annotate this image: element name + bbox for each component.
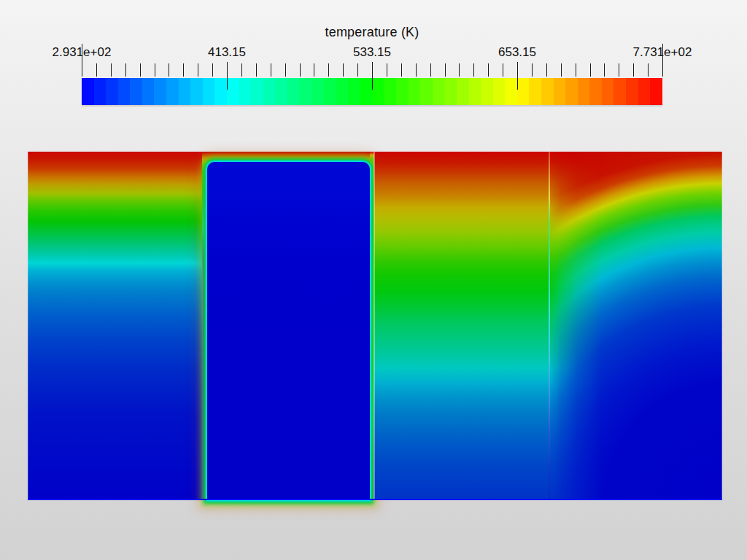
colorbar-tick: [300, 63, 301, 77]
colorbar-tick: [183, 63, 184, 77]
field-region-right-solid: [549, 152, 722, 500]
colorbar-title: temperature (K): [82, 25, 662, 40]
colorbar-tick-label: 653.15: [498, 45, 536, 60]
colorbar-band: [336, 78, 348, 105]
colorbar-band: [493, 78, 506, 105]
colorbar-tick: [648, 63, 649, 77]
colorbar-tick-label: 413.15: [208, 45, 246, 60]
colorbar-tick: [314, 63, 314, 77]
mesh-edge-right: [721, 152, 722, 500]
region-boundary-line-center: [374, 152, 375, 500]
colorbar-band: [444, 78, 457, 105]
visualization-window: temperature (K) 2.931e+02413.15533.15653…: [0, 0, 747, 560]
colorbar-tick: [488, 63, 489, 77]
colorbar-band: [372, 78, 384, 105]
colorbar-band: [130, 78, 142, 105]
colorbar-tick-labels: 2.931e+02413.15533.15653.157.731e+02: [82, 45, 662, 60]
colorbar-band: [602, 78, 614, 105]
colorbar-band: [650, 78, 662, 105]
colorbar-tick: [401, 63, 402, 77]
colorbar-band: [409, 78, 421, 105]
colorbar-band: [203, 78, 215, 105]
colorbar-tick: [256, 63, 257, 77]
colorbar-tick: [576, 63, 576, 77]
colorbar-tick: [328, 63, 329, 77]
colorbar-tick: [546, 63, 547, 77]
colorbar-tick-label: 2.931e+02: [53, 45, 112, 60]
field-cold-block: [207, 162, 370, 500]
field-region-left-solid: [28, 152, 202, 500]
colorbar-band: [348, 78, 360, 105]
colorbar-tick: [140, 63, 141, 77]
colorbar-band: [541, 78, 554, 105]
colorbar-band: [166, 78, 179, 105]
colorbar-band: [517, 78, 530, 105]
colorbar-band: [565, 78, 578, 105]
colorbar-band: [626, 78, 638, 105]
colorbar-tick: [445, 63, 446, 77]
colorbar-tick: [416, 63, 417, 77]
colorbar-band: [433, 78, 445, 105]
colorbar-tick: [271, 63, 271, 77]
colorbar-band: [324, 78, 336, 105]
colorbar-tick: [619, 63, 619, 77]
colorbar-band: [638, 78, 651, 105]
colorbar-band: [311, 78, 324, 105]
colorbar-tick: [198, 63, 198, 77]
colorbar-tick-label: 533.15: [353, 45, 391, 60]
colorbar-band: [239, 78, 252, 105]
colorbar-tick: [387, 63, 387, 77]
colorbar-band: [82, 78, 94, 105]
colorbar-tick: [125, 63, 126, 77]
colorbar-tick: [212, 63, 213, 77]
render-viewport[interactable]: [28, 152, 722, 500]
colorbar-tick: [155, 63, 155, 77]
colorbar-band: [154, 78, 166, 105]
colorbar-tick: [561, 63, 562, 77]
field-seam-blend: [549, 152, 602, 500]
colorbar-tick: [241, 63, 242, 77]
colorbar-tick: [590, 63, 591, 77]
region-boundary-line-left: [202, 152, 203, 500]
colorbar-band: [179, 78, 191, 105]
colorbar-band: [554, 78, 566, 105]
colorbar-band: [578, 78, 590, 105]
colorbar-tick: [503, 63, 503, 77]
colorbar-band: [251, 78, 263, 105]
colorbar-band: [142, 78, 155, 105]
colorbar-band: [214, 78, 227, 105]
colorbar-tick: [357, 63, 358, 77]
mesh-edge-bottom: [28, 499, 722, 501]
colorbar-band: [457, 78, 469, 105]
colorbar-tick-label: 7.731e+02: [633, 45, 692, 60]
colorbar-band: [396, 78, 409, 105]
colorbar-tick: [532, 63, 533, 77]
field-region-middle-solid: [374, 152, 549, 500]
colorbar-tick: [604, 63, 605, 77]
colorbar-band: [263, 78, 276, 105]
colorbar-band: [190, 78, 203, 105]
colorbar-band: [275, 78, 287, 105]
colorbar-band: [299, 78, 311, 105]
colorbar-band: [529, 78, 541, 105]
colorbar-band: [469, 78, 481, 105]
colorbar-band: [481, 78, 493, 105]
colorbar-band: [227, 78, 239, 105]
field-region-block-zone: [202, 152, 374, 500]
colorbar-band: [94, 78, 107, 105]
colorbar-band: [420, 78, 433, 105]
colorbar-tick: [169, 63, 169, 77]
colorbar-tick: [111, 63, 112, 77]
colorbar-gradient-bar: [82, 78, 662, 105]
colorbar-tick: [96, 63, 97, 77]
colorbar-tick: [633, 63, 634, 77]
colorbar-tick: [430, 63, 431, 77]
colorbar-tick: [285, 63, 286, 77]
colorbar-band: [106, 78, 118, 105]
colorbar-band: [589, 78, 602, 105]
colorbar-tick: [459, 63, 460, 77]
mesh-edge-left: [28, 152, 28, 500]
colorbar-tick: [343, 63, 344, 77]
colorbar-band: [118, 78, 131, 105]
region-boundary-line-right: [549, 152, 551, 500]
